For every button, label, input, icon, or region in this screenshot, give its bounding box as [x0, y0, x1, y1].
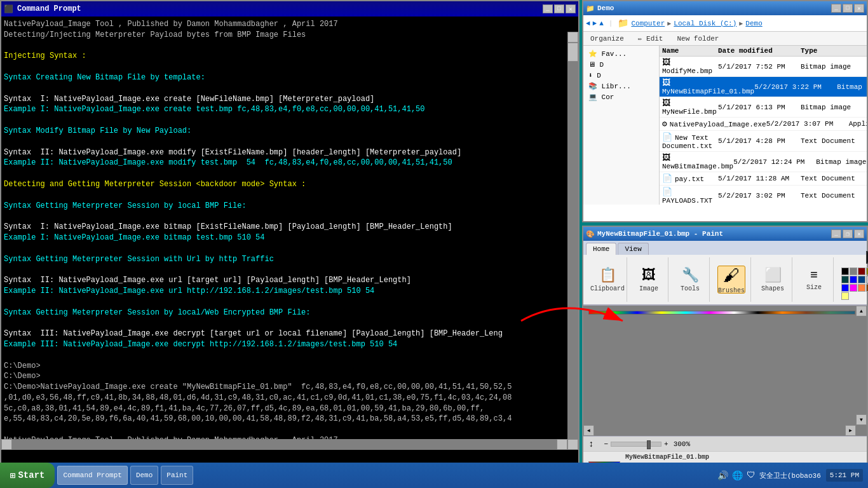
tools-button[interactable]: 🔧 Tools: [676, 266, 704, 294]
maximize-button[interactable]: □: [554, 4, 564, 13]
col-date[interactable]: Date modified: [718, 47, 801, 55]
hscroll-track[interactable]: [12, 439, 557, 450]
new-folder-button[interactable]: New folder: [672, 33, 723, 44]
explorer-minimize-button[interactable]: _: [831, 4, 841, 13]
shapes-button[interactable]: ⬜ Shapes: [759, 266, 787, 294]
security-icon[interactable]: 🛡: [747, 470, 756, 480]
clipboard-icon: 📋: [599, 267, 616, 284]
table-row[interactable]: 🖼MyNewBitmapFile_01.bmp 5/2/2017 3:22 PM…: [660, 77, 867, 97]
paint-canvas-area[interactable]: ◄ ► ▲ ▼: [583, 306, 867, 436]
volume-icon[interactable]: 🔊: [717, 470, 728, 481]
table-row[interactable]: 🖼ModifyMe.bmp 5/1/2017 7:52 PM Bitmap im…: [660, 57, 867, 77]
close-button[interactable]: ✕: [566, 4, 576, 13]
cmd-line: 5c,c0,a8,38,01,41,54,89,e4,4c,89,f1,41,b…: [4, 403, 565, 414]
clock[interactable]: 5:21 PM: [826, 469, 863, 482]
explorer-maximize-button[interactable]: □: [843, 4, 853, 13]
paint-titlebar[interactable]: 🎨 MyNewBitmapFile_01.bmp - Paint _ ❐ ✕: [583, 227, 867, 241]
cmd-line: [4, 83, 565, 94]
color-swatch-magenta[interactable]: [850, 284, 857, 292]
scroll-track[interactable]: [567, 43, 578, 439]
edit-button[interactable]: ✏ Edit: [634, 32, 668, 44]
zoom-thumb[interactable]: [647, 440, 651, 449]
nav-back-button[interactable]: ◄: [586, 20, 590, 27]
path-demo[interactable]: Demo: [745, 20, 762, 27]
file-date: 5/2/2017 3:22 PM: [754, 83, 837, 91]
zoom-plus[interactable]: +: [664, 440, 668, 448]
color-swatch-orange[interactable]: [858, 284, 865, 292]
brushes-button[interactable]: 🖌 Brushes: [717, 266, 745, 294]
paint-hscroll-track[interactable]: [594, 425, 845, 436]
color-swatch-lightyellow[interactable]: [841, 292, 849, 300]
paint-hscroll-left[interactable]: ◄: [583, 425, 594, 436]
scroll-thumb[interactable]: [567, 43, 578, 62]
paint-app-icon: 🎨: [586, 230, 595, 238]
explorer-folder-icon: 📁: [586, 4, 595, 13]
nav-up-button[interactable]: ▲: [599, 20, 604, 27]
path-computer[interactable]: Computer: [631, 20, 665, 27]
table-row[interactable]: 📄pay.txt 5/1/2017 11:28 AM Text Document: [660, 172, 867, 186]
color-swatch-black[interactable]: [841, 268, 849, 275]
cmd-content: NativePayload_Image Tool , Published by …: [1, 17, 567, 439]
table-row[interactable]: 🖼NewBitmaImage.bmp 5/2/2017 12:24 PM Bit…: [660, 152, 867, 172]
taskbar-item[interactable]: Demo: [130, 466, 158, 485]
color-swatch-gray[interactable]: [850, 268, 857, 275]
paint-vscroll-up[interactable]: ▲: [856, 306, 867, 316]
table-row[interactable]: 🖼MyNewFile.bmp 5/1/2017 6:13 PM Bitmap i…: [660, 97, 867, 118]
explorer-titlebar[interactable]: 📁 Demo _ □ ✕: [583, 1, 867, 15]
table-row[interactable]: 📄PAYLOADS.TXT 5/2/2017 3:02 PM Text Docu…: [660, 186, 867, 205]
cmd-line: [4, 211, 565, 222]
color-swatch-darkteal[interactable]: [841, 276, 849, 283]
paint-vscroll-track[interactable]: [856, 316, 867, 414]
nav-desktop[interactable]: 🖥 D: [586, 59, 656, 70]
cmd-titlebar[interactable]: ⬛ Command Prompt _ □ ✕: [1, 1, 578, 17]
taskbar-item[interactable]: Paint: [161, 466, 193, 485]
nav-downloads[interactable]: ⬇ D: [586, 70, 656, 81]
color-swatch-darkred[interactable]: [858, 268, 865, 275]
paint-hscrollbar[interactable]: ◄ ►: [583, 425, 856, 436]
hscroll-right-arrow[interactable]: ►: [557, 439, 567, 450]
color-swatch-blue2[interactable]: [841, 284, 849, 292]
paint-zoom-control[interactable]: − + 300%: [604, 440, 690, 448]
paint-minimize-button[interactable]: _: [831, 229, 841, 238]
nav-favorites[interactable]: ⭐ Fav...: [586, 48, 656, 59]
image-tool-button[interactable]: 🖼 Image: [635, 266, 663, 294]
paint-restore-button[interactable]: ❐: [843, 229, 853, 238]
minimize-button[interactable]: _: [543, 4, 553, 13]
col-type[interactable]: Type: [801, 47, 864, 55]
cmd-scrollbar[interactable]: ▲ ▼: [567, 32, 578, 450]
color-swatch-blue[interactable]: [850, 276, 857, 283]
path-local-disk[interactable]: Local Disk (C:): [674, 20, 736, 27]
table-row[interactable]: 📄New Text Document.txt 5/1/2017 4:28 PM …: [660, 131, 867, 152]
hscroll-left-arrow[interactable]: ◄: [1, 439, 12, 450]
paint-hscroll-right[interactable]: ►: [845, 425, 856, 436]
scroll-down-arrow[interactable]: ▼: [567, 439, 578, 450]
paint-vscrollbar[interactable]: ▲ ▼: [856, 306, 867, 425]
taskbar-item[interactable]: Command Prompt: [57, 466, 127, 485]
col-name[interactable]: Name: [662, 47, 718, 55]
folder-icon: 📁: [618, 18, 628, 29]
zoom-track[interactable]: [611, 442, 661, 447]
color-swatch-darkblue[interactable]: [858, 276, 865, 283]
explorer-close-button[interactable]: ✕: [854, 4, 864, 13]
clipboard-tool-button[interactable]: 📋 Clipboard: [593, 266, 621, 294]
paint-vscroll-down[interactable]: ▼: [856, 414, 867, 425]
shapes-icon: ⬜: [764, 267, 782, 284]
nav-computer[interactable]: 💻 Cor: [586, 92, 656, 102]
table-row[interactable]: ⚙NativePayload_Image.exe 5/2/2017 3:07 P…: [660, 118, 867, 131]
cmd-line: Detecting and Getting Meterpreter Sessio…: [4, 179, 565, 190]
start-button[interactable]: ⊞ Start: [0, 463, 55, 488]
nav-forward-button[interactable]: ►: [593, 20, 597, 27]
scroll-up-arrow[interactable]: ▲: [567, 32, 578, 43]
tab-view[interactable]: View: [618, 243, 648, 255]
paint-close-button[interactable]: ✕: [854, 229, 864, 238]
tab-home[interactable]: Home: [586, 243, 616, 255]
network-icon[interactable]: 🌐: [732, 470, 743, 481]
zoom-minus[interactable]: −: [604, 440, 608, 448]
nav-libraries[interactable]: 📚 Libr...: [586, 81, 656, 92]
explorer-addressbar: ◄ ► ▲ | 📁 Computer ▶ Local Disk (C:) ▶ D…: [583, 15, 867, 32]
organize-button[interactable]: Organize: [586, 33, 628, 44]
cmd-hscrollbar[interactable]: ◄ ►: [1, 439, 567, 450]
paint-move-arrows[interactable]: ↕: [588, 439, 593, 449]
size-icon: ≡: [810, 268, 818, 283]
size-button[interactable]: ≡ Size: [800, 266, 828, 294]
